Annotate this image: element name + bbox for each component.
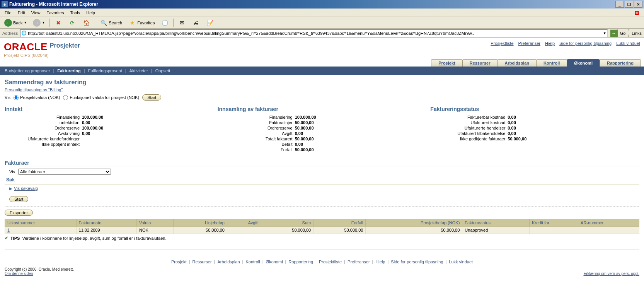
footer-links: Prosjekt|Ressurser|Arbeidsplan|Kontroll|… [0, 259, 644, 264]
footer-link-lukk-vinduet[interactable]: Lukk vinduet [449, 259, 473, 264]
project-name: Prosjekt CIPS (802049) [0, 53, 644, 59]
radio-prosjektvaluta[interactable]: Prosjektvaluta (NOK) [14, 95, 60, 100]
col-linjebeløp[interactable]: Linjebeløp [173, 219, 227, 227]
history-icon: 🕒 [161, 19, 169, 27]
col-fakturastatus[interactable]: Fakturastatus [462, 219, 530, 227]
address-dropdown-icon[interactable]: ▼ [603, 31, 607, 35]
tab-arbeidsplan[interactable]: Arbeidsplan [497, 59, 537, 67]
edit-button[interactable]: 📝 [203, 17, 216, 28]
col-status: Faktureringsstatus Fakturerbar kostnad0,… [430, 106, 639, 153]
window-title: Fakturering - Microsoft Internet Explore… [9, 2, 98, 7]
subtab-budsjetter-og-prognoser[interactable]: Budsjetter og prognoser [5, 68, 50, 73]
menu-bar: File Edit View Favorites Tools Help ⊞ [0, 9, 644, 17]
col-forfall[interactable]: Forfall [313, 219, 366, 227]
footer-link-ressurser[interactable]: Ressurser [192, 259, 211, 264]
close-window-button[interactable]: ✕ [634, 1, 642, 8]
mail-button[interactable]: ✉ [175, 17, 189, 28]
about-page-link[interactable]: Om denne siden [5, 271, 33, 276]
home-icon: 🏠 [82, 19, 90, 27]
menu-help[interactable]: Help [83, 9, 98, 16]
col-ar-nummer[interactable]: AR-nummer [578, 219, 639, 227]
subtab-fakturering[interactable]: Fakturering [57, 68, 81, 73]
fakturaer-vis-select[interactable]: Alle fakturaer [18, 169, 111, 175]
back-button[interactable]: ←Back▼ [2, 17, 29, 28]
invoice-table: UtkastnummerFakturadatoValutaLinjebeløpA… [5, 219, 639, 234]
kv-row: Finansiering100.000,00 [218, 115, 427, 119]
link-prosjektliste[interactable]: Prosjektliste [491, 41, 513, 46]
footer-link-arbeidsplan[interactable]: Arbeidsplan [217, 259, 240, 264]
title-bar: e Fakturering - Microsoft Internet Explo… [0, 0, 644, 9]
forward-icon: → [33, 19, 41, 27]
tab-økonomi[interactable]: Økonomi [567, 59, 600, 67]
menu-favorites[interactable]: Favorites [43, 9, 67, 16]
tip-region: ✔ TIPS Verdiene i kolonnene for linjebel… [5, 236, 639, 241]
link-lukk-vinduet[interactable]: Lukk vinduet [616, 41, 640, 46]
toolbar-grip[interactable] [628, 29, 629, 37]
footer-link-kontroll[interactable]: Kontroll [245, 259, 260, 264]
link-side-tilpasning[interactable]: Side for personlig tilpasning [559, 41, 612, 46]
eksporter-button[interactable]: Eksporter [5, 210, 33, 216]
search-button[interactable]: 🔍Search [97, 17, 125, 28]
footer-link-økonomi[interactable]: Økonomi [266, 259, 283, 264]
restore-button[interactable]: ❐ [625, 1, 633, 8]
cell-kredit [530, 227, 578, 234]
minimize-button[interactable]: _ [615, 1, 624, 8]
refresh-button[interactable]: ⟳ [66, 17, 79, 28]
invoice-nr-link[interactable]: 1 [7, 228, 10, 232]
col-kredit-for[interactable]: Kredit for [530, 219, 578, 227]
fakturaer-start-button[interactable]: Start [9, 196, 28, 202]
tab-prosjekt[interactable]: Prosjekt [431, 59, 462, 67]
link-hjelp[interactable]: Hjelp [545, 41, 555, 46]
col-valuta[interactable]: Valuta [137, 219, 174, 227]
col-prosjektbeløp-nok-[interactable]: Prosjektbeløp (NOK) [366, 219, 462, 227]
kv-row: Ufakturert tilbakeholdelse0,00 [430, 131, 639, 136]
radio-funksjonell-valuta[interactable]: Funksjonell valuta for prosjekt (NOK) [63, 95, 139, 100]
col-fakturadato[interactable]: Fakturadato [76, 219, 137, 227]
vis-sokevalg-link[interactable]: ▶ Vis søkevalg [9, 186, 639, 191]
subtab-oppsett[interactable]: Oppsett [155, 68, 170, 73]
footer-link-preferanser[interactable]: Preferanser [348, 259, 370, 264]
footer-link-side-for-personlig-tilpasning[interactable]: Side for personlig tilpasning [391, 259, 443, 264]
tab-ressurser[interactable]: Ressurser [462, 59, 498, 67]
favorites-button[interactable]: ★Favorites [126, 17, 157, 28]
menu-view[interactable]: View [28, 9, 44, 16]
address-bar: Address 🌐 http://bot-oatest01.uio.no:802… [0, 29, 644, 38]
address-input[interactable]: 🌐 http://bot-oatest01.uio.no:8026/OA_HTM… [20, 29, 607, 37]
tab-kontroll[interactable]: Kontroll [536, 59, 567, 67]
start-button[interactable]: Start [142, 94, 161, 101]
footer-link-rapportering[interactable]: Rapportering [288, 259, 313, 264]
home-button[interactable]: 🏠 [80, 17, 93, 28]
tip-icon: ✔ [5, 236, 8, 241]
link-preferanser[interactable]: Preferanser [518, 41, 540, 46]
go-button[interactable]: → [610, 29, 618, 37]
menu-tools[interactable]: Tools [67, 9, 83, 16]
links-label[interactable]: Links [632, 31, 642, 36]
tab-rapportering[interactable]: Rapportering [600, 59, 641, 67]
col-avgift[interactable]: Avgift [227, 219, 261, 227]
footer-link-prosjektliste[interactable]: Prosjektliste [319, 259, 342, 264]
kv-value: 0,00 [508, 131, 516, 136]
print-button[interactable]: 🖨 [189, 17, 203, 28]
table-row: 1 11.02.2009 NOK 50.000,00 50.000,00 50.… [5, 227, 639, 234]
search-icon: 🔍 [100, 19, 107, 27]
menu-edit[interactable]: Edit [15, 9, 28, 16]
kv-row: Ikke opptjent inntekt [5, 142, 214, 147]
personalize-link[interactable]: Personlig tilpasning av "Billing" [5, 87, 63, 92]
col-utkastnummer[interactable]: Utkastnummer [5, 219, 77, 227]
menu-file[interactable]: File [2, 9, 15, 16]
stop-button[interactable]: ✖ [52, 17, 65, 28]
kv-row: Fakturalinjer50.000,00 [218, 120, 427, 125]
col-sum[interactable]: Sum [261, 219, 313, 227]
history-button[interactable]: 🕒 [158, 17, 171, 28]
subtab-fullføringsprosent[interactable]: Fullføringsprosent [88, 68, 122, 73]
subtab-aktiviteter[interactable]: Aktiviteter [129, 68, 148, 73]
footer-link-prosjekt[interactable]: Prosjekt [171, 259, 187, 264]
vis-label: Vis [5, 95, 10, 100]
cell-sum: 50.000,00 [261, 227, 313, 234]
cell-ar [578, 227, 639, 234]
privacy-link[interactable]: Erklæring om vern av pers. oppl. [583, 271, 639, 276]
kv-row: Forfall50.000,00 [218, 147, 427, 152]
oracle-logo: ORACLE [4, 41, 48, 53]
forward-button[interactable]: →▼ [30, 17, 48, 28]
footer-link-hjelp[interactable]: Hjelp [375, 259, 385, 264]
